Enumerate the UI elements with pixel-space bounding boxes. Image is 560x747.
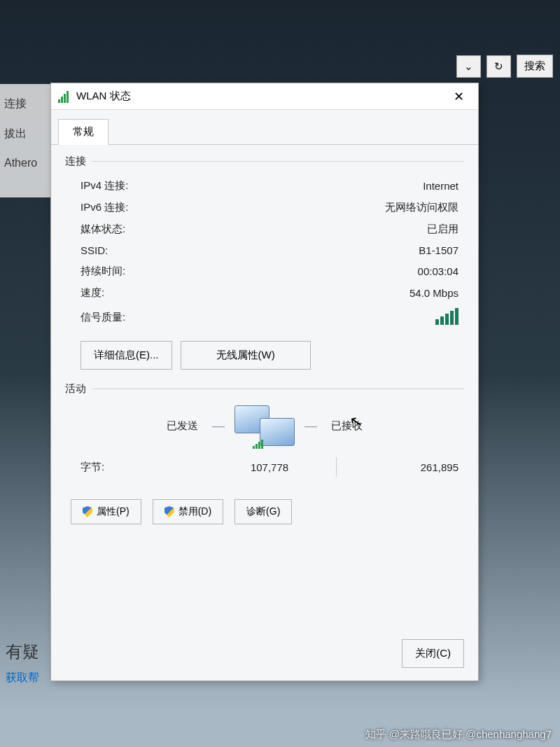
section-activity-label: 活动 (65, 382, 86, 396)
dash-icon: — (304, 419, 317, 433)
divider (92, 161, 464, 162)
divider (92, 389, 464, 389)
signal-quality-value (435, 308, 458, 327)
speed-label: 速度: (80, 286, 104, 300)
bytes-label: 字节: (80, 461, 214, 474)
wlan-status-dialog: WLAN 状态 ✕ 常规 连接 IPv4 连接: Internet IPv6 连… (50, 83, 479, 681)
section-activity-header: 活动 (65, 382, 464, 396)
wifi-signal-icon (58, 90, 71, 103)
ipv6-label: IPv6 连接: (80, 201, 128, 214)
vertical-divider (336, 457, 337, 477)
refresh-icon[interactable]: ↻ (486, 55, 511, 78)
bytes-received-value: 261,895 (347, 461, 458, 473)
properties-button-label: 属性(P) (97, 505, 130, 518)
ssid-value: B1-1507 (419, 244, 458, 256)
media-state-label: 媒体状态: (80, 223, 125, 236)
shield-icon (83, 506, 92, 517)
bg-sidebar-header: 连接 (4, 97, 46, 111)
dash-icon: — (212, 419, 225, 433)
row-duration: 持续时间: 00:03:04 (65, 260, 464, 282)
dialog-titlebar[interactable]: WLAN 状态 ✕ (51, 83, 478, 110)
wireless-properties-button[interactable]: 无线属性(W) (181, 341, 311, 370)
close-icon[interactable]: ✕ (444, 86, 472, 107)
bytes-row: 字节: 107,778 261,895 (65, 454, 464, 480)
diagnose-button-label: 诊断(G) (246, 505, 280, 518)
ssid-label: SSID: (80, 244, 108, 256)
media-state-value: 已启用 (427, 223, 458, 236)
diagnose-button[interactable]: 诊断(G) (234, 499, 292, 524)
row-media: 媒体状态: 已启用 (65, 218, 464, 240)
bg-help-link[interactable]: 获取帮 (6, 671, 39, 685)
explorer-toolbar: ⌄ ↻ 搜索 (456, 55, 553, 78)
bytes-sent-value: 107,778 (214, 461, 326, 473)
row-ipv6: IPv6 连接: 无网络访问权限 (65, 197, 464, 218)
network-monitors-icon (234, 405, 295, 446)
disable-button-label: 禁用(D) (178, 505, 211, 518)
sent-label: 已发送 (65, 419, 202, 433)
shield-icon (164, 506, 174, 517)
activity-graphic: 已发送 — — 已接收 (65, 405, 464, 446)
bg-question-text: 有疑 (6, 641, 39, 663)
speed-value: 54.0 Mbps (410, 287, 458, 299)
disable-button[interactable]: 禁用(D) (153, 499, 223, 524)
dialog-content: 连接 IPv4 连接: Internet IPv6 连接: 无网络访问权限 媒体… (51, 148, 478, 629)
details-button[interactable]: 详细信息(E)... (80, 341, 172, 370)
activity-section: 活动 已发送 — — 已接收 字节: 107,778 (65, 382, 464, 524)
ipv6-value: 无网络访问权限 (385, 201, 458, 214)
connection-buttons: 详细信息(E)... 无线属性(W) (80, 341, 464, 370)
background-sidebar: 连接 拔出 Athero (0, 84, 50, 197)
tab-general[interactable]: 常规 (58, 119, 108, 145)
bg-sidebar-item: Athero (4, 157, 46, 169)
row-ssid: SSID: B1-1507 (65, 240, 464, 260)
search-input[interactable]: 搜索 (517, 55, 553, 78)
section-connection-label: 连接 (65, 155, 86, 168)
received-label: 已接收 (327, 419, 464, 433)
signal-quality-label: 信号质量: (80, 311, 125, 324)
address-dropdown-icon[interactable]: ⌄ (456, 55, 481, 78)
section-connection-header: 连接 (65, 155, 464, 168)
duration-label: 持续时间: (80, 265, 125, 278)
close-button[interactable]: 关闭(C) (402, 639, 464, 668)
mini-signal-icon (253, 439, 263, 449)
row-speed: 速度: 54.0 Mbps (65, 282, 464, 304)
dialog-title: WLAN 状态 (76, 90, 444, 103)
ipv4-value: Internet (423, 180, 458, 192)
bg-sidebar-item: 拔出 (4, 127, 46, 141)
row-ipv4: IPv4 连接: Internet (65, 175, 464, 197)
tab-strip: 常规 (51, 110, 478, 145)
row-signal: 信号质量: (65, 304, 464, 331)
signal-bars-icon (435, 308, 458, 325)
ipv4-label: IPv4 连接: (80, 179, 128, 193)
watermark: 知乎 @来路哦良已好 @chenhanghang7 (365, 728, 552, 741)
properties-button[interactable]: 属性(P) (71, 499, 141, 524)
activity-buttons: 属性(P) 禁用(D) 诊断(G) (71, 499, 464, 524)
duration-value: 00:03:04 (418, 265, 458, 277)
dialog-footer: 关闭(C) (51, 629, 478, 680)
